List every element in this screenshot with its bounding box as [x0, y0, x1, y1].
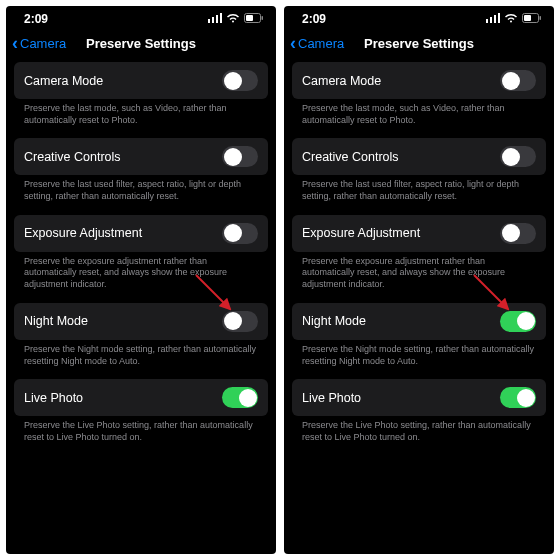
- screen-left: 2:09‹CameraPreserve SettingsCamera ModeP…: [6, 6, 276, 554]
- wifi-icon: [226, 12, 240, 26]
- setting-row: Exposure Adjustment: [14, 215, 268, 252]
- setting-row: Creative Controls: [14, 138, 268, 175]
- setting-description: Preserve the Live Photo setting, rather …: [292, 416, 546, 455]
- status-bar: 2:09: [6, 6, 276, 28]
- svg-rect-5: [246, 15, 253, 21]
- toggle-knob: [224, 312, 242, 330]
- setting-row: Camera Mode: [14, 62, 268, 99]
- setting-row: Camera Mode: [292, 62, 546, 99]
- status-icons: [486, 12, 542, 26]
- toggle-knob: [224, 72, 242, 90]
- back-label: Camera: [298, 36, 344, 51]
- settings-list: Camera ModePreserve the last mode, such …: [284, 62, 554, 554]
- setting-description: Preserve the Live Photo setting, rather …: [14, 416, 268, 455]
- signal-icon: [486, 12, 500, 26]
- setting-label: Exposure Adjustment: [24, 226, 142, 240]
- nav-bar: ‹CameraPreserve Settings: [6, 28, 276, 62]
- setting-description: Preserve the Night mode setting, rather …: [14, 340, 268, 379]
- toggle-switch[interactable]: [222, 223, 258, 244]
- chevron-left-icon: ‹: [12, 34, 18, 52]
- setting-row: Live Photo: [292, 379, 546, 416]
- toggle-switch[interactable]: [500, 311, 536, 332]
- setting-description: Preserve the last mode, such as Video, r…: [292, 99, 546, 138]
- toggle-switch[interactable]: [500, 223, 536, 244]
- setting-row: Night Mode: [292, 303, 546, 340]
- setting-label: Night Mode: [24, 314, 88, 328]
- nav-bar: ‹CameraPreserve Settings: [284, 28, 554, 62]
- svg-rect-12: [524, 15, 531, 21]
- setting-description: Preserve the last mode, such as Video, r…: [14, 99, 268, 138]
- back-button[interactable]: ‹Camera: [12, 34, 66, 52]
- setting-row: Live Photo: [14, 379, 268, 416]
- toggle-knob: [224, 224, 242, 242]
- setting-label: Creative Controls: [302, 150, 399, 164]
- toggle-switch[interactable]: [222, 146, 258, 167]
- toggle-switch[interactable]: [500, 70, 536, 91]
- svg-rect-8: [490, 17, 492, 23]
- svg-rect-1: [212, 17, 214, 23]
- back-button[interactable]: ‹Camera: [290, 34, 344, 52]
- back-label: Camera: [20, 36, 66, 51]
- svg-rect-9: [494, 15, 496, 23]
- setting-description: Preserve the last used filter, aspect ra…: [292, 175, 546, 214]
- svg-rect-13: [540, 16, 542, 20]
- battery-icon: [244, 12, 264, 26]
- setting-description: Preserve the Night mode setting, rather …: [292, 340, 546, 379]
- settings-list: Camera ModePreserve the last mode, such …: [6, 62, 276, 554]
- setting-row: Night Mode: [14, 303, 268, 340]
- status-icons: [208, 12, 264, 26]
- toggle-knob: [517, 389, 535, 407]
- setting-label: Live Photo: [302, 391, 361, 405]
- toggle-knob: [517, 312, 535, 330]
- setting-description: Preserve the exposure adjustment rather …: [14, 252, 268, 303]
- status-time: 2:09: [302, 12, 326, 26]
- svg-rect-10: [498, 13, 500, 23]
- toggle-switch[interactable]: [222, 311, 258, 332]
- toggle-switch[interactable]: [222, 70, 258, 91]
- toggle-knob: [502, 72, 520, 90]
- svg-rect-0: [208, 19, 210, 23]
- setting-row: Exposure Adjustment: [292, 215, 546, 252]
- toggle-knob: [239, 389, 257, 407]
- setting-label: Live Photo: [24, 391, 83, 405]
- svg-rect-2: [216, 15, 218, 23]
- status-bar: 2:09: [284, 6, 554, 28]
- setting-label: Exposure Adjustment: [302, 226, 420, 240]
- setting-row: Creative Controls: [292, 138, 546, 175]
- setting-label: Camera Mode: [302, 74, 381, 88]
- wifi-icon: [504, 12, 518, 26]
- toggle-knob: [224, 148, 242, 166]
- svg-rect-3: [220, 13, 222, 23]
- chevron-left-icon: ‹: [290, 34, 296, 52]
- setting-label: Camera Mode: [24, 74, 103, 88]
- toggle-switch[interactable]: [500, 387, 536, 408]
- setting-label: Night Mode: [302, 314, 366, 328]
- toggle-switch[interactable]: [222, 387, 258, 408]
- toggle-knob: [502, 224, 520, 242]
- toggle-switch[interactable]: [500, 146, 536, 167]
- svg-rect-7: [486, 19, 488, 23]
- screen-right: 2:09‹CameraPreserve SettingsCamera ModeP…: [284, 6, 554, 554]
- svg-rect-6: [262, 16, 264, 20]
- setting-description: Preserve the exposure adjustment rather …: [292, 252, 546, 303]
- signal-icon: [208, 12, 222, 26]
- battery-icon: [522, 12, 542, 26]
- status-time: 2:09: [24, 12, 48, 26]
- setting-description: Preserve the last used filter, aspect ra…: [14, 175, 268, 214]
- setting-label: Creative Controls: [24, 150, 121, 164]
- toggle-knob: [502, 148, 520, 166]
